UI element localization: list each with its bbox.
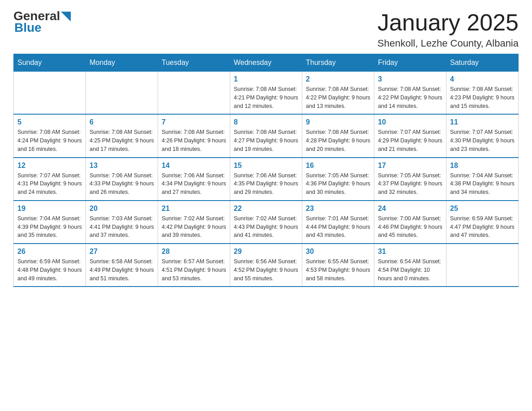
- day-cell: 26Sunrise: 6:59 AM Sunset: 4:48 PM Dayli…: [14, 244, 86, 287]
- day-cell: 8Sunrise: 7:08 AM Sunset: 4:27 PM Daylig…: [230, 114, 302, 157]
- week-row-2: 5Sunrise: 7:08 AM Sunset: 4:24 PM Daylig…: [14, 114, 519, 157]
- day-number: 9: [306, 118, 370, 126]
- calendar-table: SundayMondayTuesdayWednesdayThursdayFrid…: [13, 54, 519, 287]
- day-info: Sunrise: 7:08 AM Sunset: 4:26 PM Dayligh…: [162, 128, 226, 153]
- day-number: 31: [378, 248, 442, 256]
- day-number: 20: [90, 205, 154, 213]
- day-number: 3: [378, 75, 442, 83]
- day-number: 24: [378, 205, 442, 213]
- day-info: Sunrise: 7:00 AM Sunset: 4:46 PM Dayligh…: [378, 214, 442, 240]
- day-cell: 27Sunrise: 6:58 AM Sunset: 4:49 PM Dayli…: [86, 244, 158, 287]
- day-number: 26: [17, 248, 82, 256]
- day-number: 11: [450, 118, 515, 126]
- day-cell: 29Sunrise: 6:56 AM Sunset: 4:52 PM Dayli…: [230, 244, 302, 287]
- day-header-monday: Monday: [86, 54, 158, 72]
- day-number: 8: [234, 118, 298, 126]
- day-number: 27: [90, 248, 154, 256]
- day-number: 7: [162, 118, 226, 126]
- day-info: Sunrise: 6:58 AM Sunset: 4:49 PM Dayligh…: [90, 257, 154, 283]
- day-header-sunday: Sunday: [14, 54, 86, 72]
- logo: General Blue: [13, 9, 71, 35]
- day-cell: 13Sunrise: 7:06 AM Sunset: 4:33 PM Dayli…: [86, 158, 158, 201]
- day-header-saturday: Saturday: [446, 54, 519, 72]
- day-number: 12: [17, 162, 82, 170]
- calendar-body: 1Sunrise: 7:08 AM Sunset: 4:21 PM Daylig…: [14, 72, 519, 287]
- day-cell: [14, 72, 86, 115]
- day-number: 22: [234, 205, 298, 213]
- day-cell: 1Sunrise: 7:08 AM Sunset: 4:21 PM Daylig…: [230, 72, 302, 115]
- day-cell: 10Sunrise: 7:07 AM Sunset: 4:29 PM Dayli…: [374, 114, 446, 157]
- day-cell: 22Sunrise: 7:02 AM Sunset: 4:43 PM Dayli…: [230, 201, 302, 244]
- day-info: Sunrise: 6:56 AM Sunset: 4:52 PM Dayligh…: [234, 257, 298, 283]
- subtitle: Shenkoll, Lezhe County, Albania: [378, 38, 519, 49]
- page-title: January 2025: [378, 9, 519, 36]
- day-info: Sunrise: 7:08 AM Sunset: 4:27 PM Dayligh…: [234, 128, 298, 153]
- day-info: Sunrise: 7:08 AM Sunset: 4:22 PM Dayligh…: [378, 85, 442, 110]
- day-header-friday: Friday: [374, 54, 446, 72]
- day-info: Sunrise: 7:06 AM Sunset: 4:34 PM Dayligh…: [162, 171, 226, 197]
- day-info: Sunrise: 6:59 AM Sunset: 4:48 PM Dayligh…: [17, 257, 82, 283]
- day-cell: 4Sunrise: 7:08 AM Sunset: 4:23 PM Daylig…: [446, 72, 519, 115]
- day-cell: 2Sunrise: 7:08 AM Sunset: 4:22 PM Daylig…: [302, 72, 374, 115]
- header-row: SundayMondayTuesdayWednesdayThursdayFrid…: [14, 54, 519, 72]
- day-cell: 15Sunrise: 7:06 AM Sunset: 4:35 PM Dayli…: [230, 158, 302, 201]
- day-number: 2: [306, 75, 370, 83]
- day-info: Sunrise: 7:01 AM Sunset: 4:44 PM Dayligh…: [306, 214, 370, 240]
- day-info: Sunrise: 7:08 AM Sunset: 4:22 PM Dayligh…: [306, 85, 370, 110]
- day-number: 23: [306, 205, 370, 213]
- day-cell: 5Sunrise: 7:08 AM Sunset: 4:24 PM Daylig…: [14, 114, 86, 157]
- day-number: 17: [378, 162, 442, 170]
- day-cell: 24Sunrise: 7:00 AM Sunset: 4:46 PM Dayli…: [374, 201, 446, 244]
- day-info: Sunrise: 7:05 AM Sunset: 4:37 PM Dayligh…: [378, 171, 442, 197]
- week-row-1: 1Sunrise: 7:08 AM Sunset: 4:21 PM Daylig…: [14, 72, 519, 115]
- day-cell: 11Sunrise: 7:07 AM Sunset: 4:30 PM Dayli…: [446, 114, 519, 157]
- day-info: Sunrise: 6:54 AM Sunset: 4:54 PM Dayligh…: [378, 257, 442, 283]
- day-info: Sunrise: 7:06 AM Sunset: 4:35 PM Dayligh…: [234, 171, 298, 197]
- day-cell: [446, 244, 519, 287]
- day-info: Sunrise: 6:59 AM Sunset: 4:47 PM Dayligh…: [450, 214, 515, 240]
- day-number: 14: [162, 162, 226, 170]
- day-info: Sunrise: 7:05 AM Sunset: 4:36 PM Dayligh…: [306, 171, 370, 197]
- day-cell: 30Sunrise: 6:55 AM Sunset: 4:53 PM Dayli…: [302, 244, 374, 287]
- day-number: 18: [450, 162, 515, 170]
- day-number: 10: [378, 118, 442, 126]
- day-cell: 7Sunrise: 7:08 AM Sunset: 4:26 PM Daylig…: [158, 114, 230, 157]
- day-number: 19: [17, 205, 82, 213]
- day-cell: 21Sunrise: 7:02 AM Sunset: 4:42 PM Dayli…: [158, 201, 230, 244]
- day-cell: 6Sunrise: 7:08 AM Sunset: 4:25 PM Daylig…: [86, 114, 158, 157]
- svg-marker-0: [61, 12, 71, 21]
- day-number: 21: [162, 205, 226, 213]
- week-row-4: 19Sunrise: 7:04 AM Sunset: 4:39 PM Dayli…: [14, 201, 519, 244]
- day-cell: 17Sunrise: 7:05 AM Sunset: 4:37 PM Dayli…: [374, 158, 446, 201]
- day-cell: 18Sunrise: 7:04 AM Sunset: 4:38 PM Dayli…: [446, 158, 519, 201]
- day-cell: 19Sunrise: 7:04 AM Sunset: 4:39 PM Dayli…: [14, 201, 86, 244]
- day-info: Sunrise: 7:07 AM Sunset: 4:29 PM Dayligh…: [378, 128, 442, 153]
- day-cell: 16Sunrise: 7:05 AM Sunset: 4:36 PM Dayli…: [302, 158, 374, 201]
- title-section: January 2025 Shenkoll, Lezhe County, Alb…: [378, 9, 519, 49]
- logo-arrow-icon: [61, 12, 71, 21]
- day-cell: 14Sunrise: 7:06 AM Sunset: 4:34 PM Dayli…: [158, 158, 230, 201]
- day-info: Sunrise: 6:55 AM Sunset: 4:53 PM Dayligh…: [306, 257, 370, 283]
- day-info: Sunrise: 7:08 AM Sunset: 4:23 PM Dayligh…: [450, 85, 515, 110]
- day-cell: 12Sunrise: 7:07 AM Sunset: 4:31 PM Dayli…: [14, 158, 86, 201]
- day-cell: 3Sunrise: 7:08 AM Sunset: 4:22 PM Daylig…: [374, 72, 446, 115]
- day-info: Sunrise: 7:06 AM Sunset: 4:33 PM Dayligh…: [90, 171, 154, 197]
- day-number: 30: [306, 248, 370, 256]
- day-number: 13: [90, 162, 154, 170]
- day-info: Sunrise: 7:07 AM Sunset: 4:30 PM Dayligh…: [450, 128, 515, 153]
- day-number: 29: [234, 248, 298, 256]
- day-info: Sunrise: 7:03 AM Sunset: 4:41 PM Dayligh…: [90, 214, 154, 240]
- day-info: Sunrise: 7:08 AM Sunset: 4:24 PM Dayligh…: [17, 128, 82, 153]
- day-number: 16: [306, 162, 370, 170]
- day-header-wednesday: Wednesday: [230, 54, 302, 72]
- day-cell: 25Sunrise: 6:59 AM Sunset: 4:47 PM Dayli…: [446, 201, 519, 244]
- day-number: 28: [162, 248, 226, 256]
- day-number: 6: [90, 118, 154, 126]
- day-info: Sunrise: 7:07 AM Sunset: 4:31 PM Dayligh…: [17, 171, 82, 197]
- day-info: Sunrise: 7:08 AM Sunset: 4:21 PM Dayligh…: [234, 85, 298, 110]
- day-number: 5: [17, 118, 82, 126]
- calendar-header: SundayMondayTuesdayWednesdayThursdayFrid…: [14, 54, 519, 72]
- day-number: 25: [450, 205, 515, 213]
- day-info: Sunrise: 7:02 AM Sunset: 4:43 PM Dayligh…: [234, 214, 298, 240]
- week-row-5: 26Sunrise: 6:59 AM Sunset: 4:48 PM Dayli…: [14, 244, 519, 287]
